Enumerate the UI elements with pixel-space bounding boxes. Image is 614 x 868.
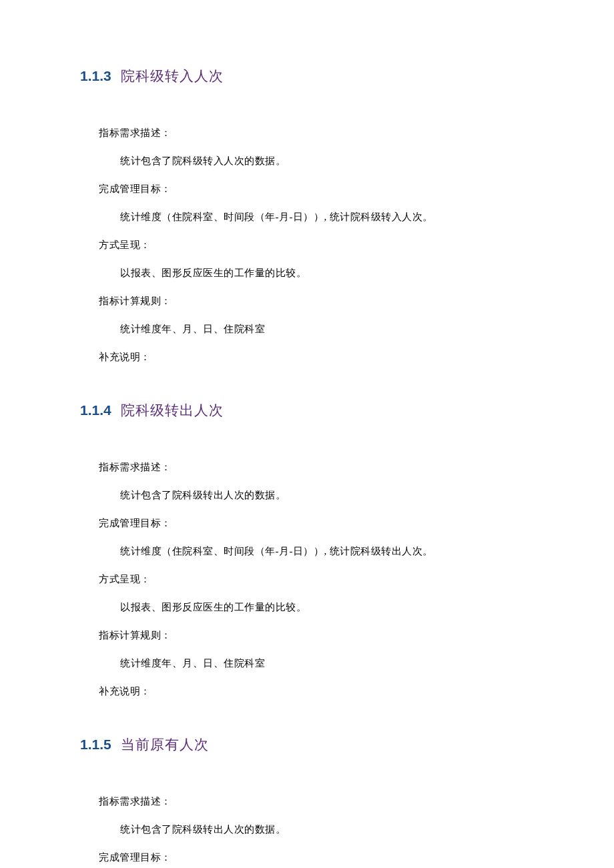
section-1-1-5: 1.1.5 当前原有人次 指标需求描述： 统计包含了院科级转出人次的数据。 完成… <box>80 735 534 868</box>
section-title: 院科级转入人次 <box>121 68 224 84</box>
section-number: 1.1.5 <box>80 737 111 752</box>
field-content: 以报表、图形反应医生的工作量的比较。 <box>99 259 534 287</box>
field-label: 指标需求描述： <box>99 453 534 481</box>
section-heading-1-1-5: 1.1.5 当前原有人次 <box>80 735 534 754</box>
field-label: 补充说明： <box>99 677 534 705</box>
content-block: 指标需求描述： 统计包含了院科级转入人次的数据。 完成管理目标： 统计维度（住院… <box>80 119 534 371</box>
field-content: 统计维度（住院科室、时间段（年-月-日））, 统计院科级转出人次。 <box>99 537 534 565</box>
section-1-1-4: 1.1.4 院科级转出人次 指标需求描述： 统计包含了院科级转出人次的数据。 完… <box>80 401 534 705</box>
field-content: 统计维度年、月、日、住院科室 <box>99 315 534 343</box>
section-heading-1-1-4: 1.1.4 院科级转出人次 <box>80 401 534 420</box>
field-label: 指标计算规则： <box>99 621 534 649</box>
section-title: 当前原有人次 <box>121 737 209 753</box>
field-content: 统计包含了院科级转入人次的数据。 <box>99 147 534 175</box>
field-label: 完成管理目标： <box>99 509 534 537</box>
field-label: 指标需求描述： <box>99 787 534 815</box>
section-number: 1.1.4 <box>80 402 111 418</box>
content-block: 指标需求描述： 统计包含了院科级转出人次的数据。 完成管理目标： 统计维度（住院… <box>80 787 534 868</box>
field-content: 统计包含了院科级转出人次的数据。 <box>99 815 534 843</box>
section-1-1-3: 1.1.3 院科级转入人次 指标需求描述： 统计包含了院科级转入人次的数据。 完… <box>80 67 534 371</box>
section-heading-1-1-3: 1.1.3 院科级转入人次 <box>80 67 534 85</box>
field-content: 以报表、图形反应医生的工作量的比较。 <box>99 593 534 621</box>
section-title: 院科级转出人次 <box>121 402 224 418</box>
field-label: 方式呈现： <box>99 565 534 593</box>
field-label: 完成管理目标： <box>99 175 534 203</box>
field-content: 统计维度（住院科室、时间段（年-月-日））, 统计院科级转入人次。 <box>99 203 534 231</box>
field-label: 指标需求描述： <box>99 119 534 147</box>
field-content: 统计维度年、月、日、住院科室 <box>99 649 534 677</box>
field-label: 方式呈现： <box>99 231 534 259</box>
field-label: 补充说明： <box>99 343 534 371</box>
content-block: 指标需求描述： 统计包含了院科级转出人次的数据。 完成管理目标： 统计维度（住院… <box>80 453 534 705</box>
field-label: 指标计算规则： <box>99 287 534 315</box>
section-number: 1.1.3 <box>80 68 111 83</box>
field-label: 完成管理目标： <box>99 843 534 868</box>
field-content: 统计包含了院科级转出人次的数据。 <box>99 481 534 509</box>
